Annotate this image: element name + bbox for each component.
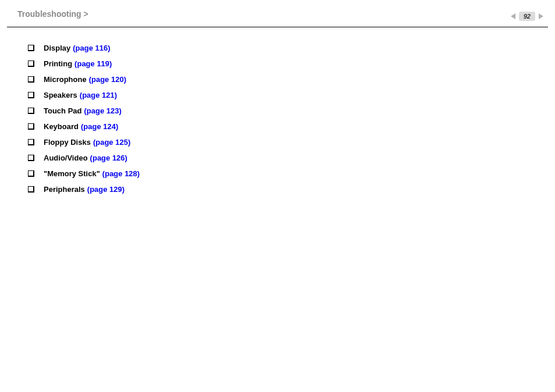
item-label: "Memory Stick" — [44, 169, 100, 178]
item-label: Audio/Video — [44, 154, 88, 162]
bullet-box-icon — [28, 76, 34, 83]
breadcrumb: Troubleshooting > — [17, 9, 88, 19]
list-item: Touch Pad (page 123) — [28, 106, 555, 115]
troubleshooting-list: Display (page 116) Printing (page 119) M… — [28, 44, 555, 194]
item-label: Peripherals — [44, 185, 85, 194]
page-number: 92 — [519, 12, 535, 21]
content: Display (page 116) Printing (page 119) M… — [0, 27, 555, 194]
item-label: Speakers — [44, 91, 77, 99]
page-link[interactable]: (page 125) — [93, 138, 130, 147]
item-label: Display — [44, 44, 70, 52]
page-link[interactable]: (page 116) — [73, 44, 110, 52]
list-item: "Memory Stick" (page 128) — [28, 169, 555, 178]
bullet-box-icon — [28, 186, 34, 193]
bullet-box-icon — [28, 155, 34, 161]
item-label: Microphone — [44, 75, 87, 84]
list-item: Peripherals (page 129) — [28, 185, 555, 194]
bullet-box-icon — [28, 60, 34, 67]
page-link[interactable]: (page 120) — [89, 75, 126, 84]
item-label: Keyboard — [44, 122, 79, 131]
page-prev-icon[interactable] — [511, 13, 515, 19]
bullet-box-icon — [28, 92, 34, 98]
page-link[interactable]: (page 123) — [84, 106, 121, 115]
header: Troubleshooting > — [0, 0, 555, 24]
bullet-box-icon — [28, 123, 34, 130]
list-item: Keyboard (page 124) — [28, 122, 555, 131]
page-link[interactable]: (page 119) — [74, 59, 112, 68]
list-item: Microphone (page 120) — [28, 75, 555, 84]
item-label: Touch Pad — [44, 106, 81, 115]
list-item: Speakers (page 121) — [28, 91, 555, 99]
list-item: Printing (page 119) — [28, 59, 555, 68]
bullet-box-icon — [28, 170, 34, 177]
list-item: Display (page 116) — [28, 44, 555, 52]
list-item: Audio/Video (page 126) — [28, 154, 555, 162]
page-link[interactable]: (page 128) — [102, 169, 140, 178]
page-indicator: 92 — [511, 12, 543, 21]
bullet-box-icon — [28, 45, 34, 51]
bullet-box-icon — [28, 139, 34, 145]
list-item: Floppy Disks (page 125) — [28, 138, 555, 147]
item-label: Floppy Disks — [44, 138, 91, 147]
item-label: Printing — [44, 59, 72, 68]
page-link[interactable]: (page 124) — [81, 122, 118, 131]
page-link[interactable]: (page 129) — [87, 185, 124, 194]
bullet-box-icon — [28, 108, 34, 114]
page-link[interactable]: (page 126) — [90, 154, 127, 162]
page-next-icon[interactable] — [539, 13, 543, 19]
page-link[interactable]: (page 121) — [80, 91, 117, 99]
